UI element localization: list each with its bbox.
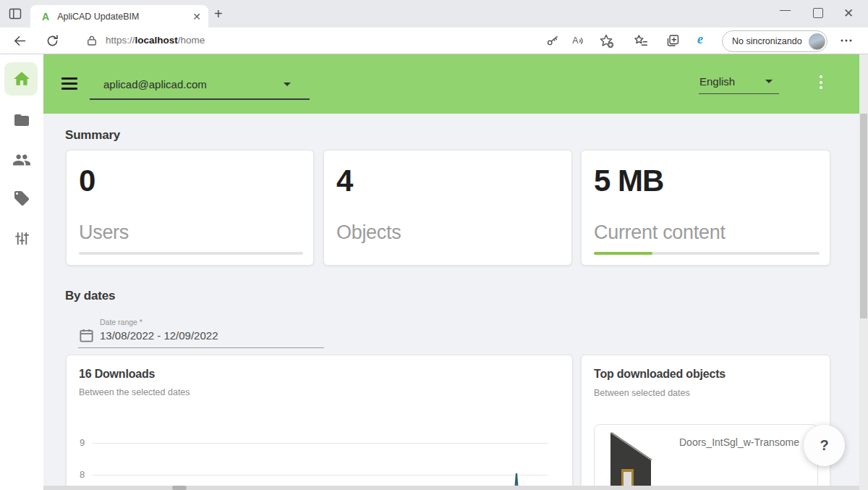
lock-icon[interactable] <box>85 34 98 47</box>
summary-card-users: 0 Users <box>66 150 314 266</box>
objects-label: Objects <box>336 221 401 244</box>
date-range-underline <box>78 347 324 348</box>
header-kebab-menu-icon[interactable] <box>820 75 822 92</box>
downloads-card-subtitle: Between the selected dates <box>79 387 190 397</box>
profile-avatar <box>809 33 825 50</box>
profile-button[interactable]: No sincronizando <box>722 30 827 52</box>
window-maximize-button[interactable] <box>813 8 823 18</box>
window-minimize-button[interactable]: — <box>780 3 791 15</box>
account-select-value: aplicad@aplicad.com <box>103 78 207 90</box>
horizontal-scrollbar-track[interactable] <box>43 486 859 490</box>
favorites-icon[interactable] <box>633 33 649 48</box>
y-tick-9: 9 <box>80 437 85 448</box>
vertical-tabs-icon[interactable] <box>9 7 22 20</box>
content-progress-track <box>594 252 820 255</box>
tab-title: ApliCAD UpdateBIM <box>57 12 139 22</box>
objects-count: 4 <box>336 164 352 198</box>
sidebar-item-users[interactable] <box>12 151 31 169</box>
sidebar-item-tags[interactable] <box>13 190 30 207</box>
gridline-8 <box>92 475 548 476</box>
summary-title: Summary <box>65 128 120 143</box>
folder-icon <box>13 111 30 129</box>
refresh-button[interactable] <box>45 33 60 48</box>
sidebar-item-settings[interactable] <box>14 230 30 247</box>
by-dates-title: By dates <box>65 289 115 303</box>
browser-tab[interactable]: A ApliCAD UpdateBIM ✕ <box>30 5 208 28</box>
calendar-icon <box>78 327 95 344</box>
language-select[interactable]: English <box>699 72 779 95</box>
browser-window: A ApliCAD UpdateBIM ✕ + — ✕ https://loca… <box>0 0 868 490</box>
back-button[interactable] <box>12 33 27 48</box>
url-path: /home <box>178 35 205 46</box>
object-thumbnail <box>602 428 658 490</box>
horizontal-scrollbar-thumb[interactable] <box>172 486 187 490</box>
language-select-value: English <box>699 75 735 88</box>
content-progress-fill <box>594 252 652 255</box>
chevron-down-icon <box>765 80 773 83</box>
help-button[interactable]: ? <box>804 425 845 466</box>
downloads-card-title: 16 Downloads <box>79 368 155 381</box>
more-options-icon[interactable] <box>839 35 854 46</box>
date-range-label: Date range * <box>100 318 142 326</box>
users-count: 0 <box>79 164 95 198</box>
add-favorite-star-icon[interactable] <box>599 33 614 48</box>
help-button-label: ? <box>820 437 828 454</box>
password-key-icon[interactable] <box>545 33 560 48</box>
account-select[interactable]: aplicad@aplicad.com <box>90 73 310 100</box>
date-range-value: 13/08/2022 - 12/09/2022 <box>100 329 218 342</box>
y-tick-8: 8 <box>80 469 85 480</box>
top-objects-card: Top downloaded objects Between selected … <box>581 355 830 490</box>
window-close-button[interactable]: ✕ <box>843 6 854 21</box>
home-icon <box>12 69 31 88</box>
top-objects-subtitle: Between selected dates <box>594 388 690 398</box>
menu-button[interactable] <box>61 77 77 93</box>
content-label: Current content <box>594 221 726 244</box>
collections-icon[interactable] <box>665 33 681 48</box>
content-size: 5 MB <box>594 164 663 198</box>
top-objects-title: Top downloaded objects <box>594 368 726 381</box>
downloads-chart-card: 16 Downloads Between the selected dates … <box>66 355 573 490</box>
account-select-underline <box>90 98 310 100</box>
people-icon <box>12 151 31 169</box>
gridline-9 <box>92 443 548 444</box>
sidebar-item-projects[interactable] <box>13 111 30 129</box>
url-scheme: https:// <box>106 35 135 46</box>
object-name: Doors_IntSgl_w-Transome <box>679 436 799 448</box>
door-panel-image <box>602 428 658 490</box>
summary-card-objects: 4 Objects <box>323 150 572 266</box>
vertical-scrollbar-thumb[interactable] <box>860 114 867 318</box>
url-host: localhost <box>135 35 178 46</box>
tag-icon <box>13 190 30 207</box>
profile-sync-status: No sincronizando <box>732 36 802 46</box>
read-aloud-icon[interactable]: A <box>571 33 587 48</box>
tab-close-icon[interactable]: ✕ <box>192 11 201 22</box>
users-label: Users <box>79 221 129 244</box>
new-tab-button[interactable]: + <box>214 6 223 22</box>
chevron-down-icon <box>284 83 291 86</box>
ie-mode-icon[interactable]: e <box>697 32 703 47</box>
date-range-field[interactable]: Date range * 13/08/2022 - 12/09/2022 <box>78 316 324 349</box>
tune-icon <box>14 230 30 247</box>
users-progress-track <box>79 252 303 255</box>
address-bar[interactable]: https://localhost/home <box>106 35 205 46</box>
svg-text:A: A <box>572 35 579 46</box>
object-list-item[interactable]: Doors_IntSgl_w-Transome 12 Downloads <box>594 424 818 490</box>
language-select-underline <box>699 93 779 94</box>
summary-card-content: 5 MB Current content <box>581 150 830 266</box>
site-favicon-icon: A <box>42 11 49 22</box>
